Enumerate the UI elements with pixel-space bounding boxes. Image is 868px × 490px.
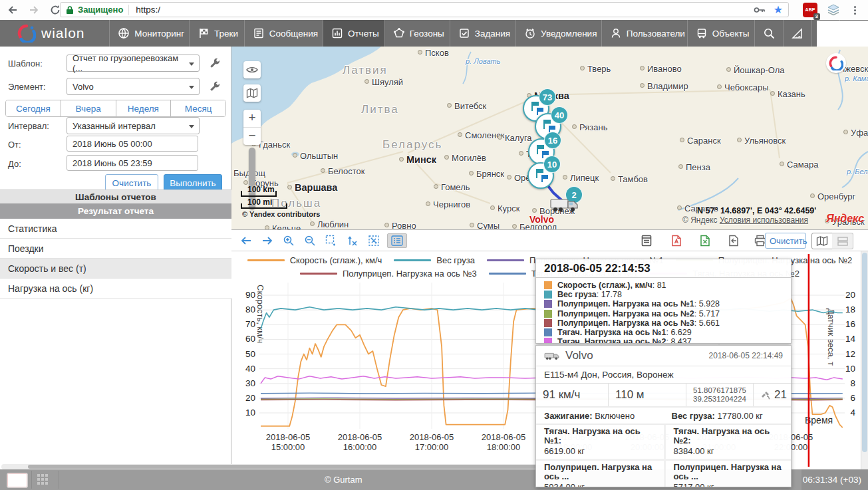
tooltip-timestamp: 2018-06-05 22:14:53 (544, 262, 783, 275)
template-settings-wrench-icon[interactable] (209, 57, 221, 69)
map-city-label: Йошкар-Ола (726, 65, 785, 75)
quick-range-buttons: СегодняВчераНеделяМесяц (5, 100, 226, 117)
city-dot-icon (532, 208, 537, 213)
report-view-button[interactable] (639, 233, 654, 248)
tab-label: Уведомления (541, 29, 597, 39)
scale-bar-mi (241, 207, 287, 209)
to-date-input[interactable] (67, 155, 198, 171)
map-city-label: Пенза (678, 162, 710, 172)
vertical-scrollbar[interactable] (861, 251, 868, 469)
result-item-trips[interactable]: Поездки (0, 239, 231, 259)
chart-pan-left-button[interactable] (238, 233, 254, 248)
interval-select[interactable]: Указанный интервал (67, 117, 200, 134)
url-text[interactable]: https:/ (136, 5, 160, 15)
city-dot-icon (399, 157, 404, 162)
from-date-input[interactable] (67, 136, 198, 152)
brand-name: wialon (41, 25, 85, 41)
yandex-logo[interactable]: Яндекс (826, 213, 864, 225)
browser-forward-button[interactable] (25, 1, 43, 19)
series-color-swatch (544, 328, 552, 336)
unit-altitude: 110 м (615, 388, 645, 402)
report-chart-icon (331, 27, 343, 39)
map-canvas[interactable]: Псков р. Ловать Латвия Тверь Иваново Йош… (231, 47, 868, 229)
import-file-button[interactable] (726, 233, 742, 248)
bookmark-star-icon[interactable]: ★ (774, 3, 783, 16)
result-item-speed-weight[interactable]: Скорость и вес (т) (0, 259, 231, 279)
satellites-icon (760, 390, 771, 400)
map-city-label: Рязань (572, 122, 607, 132)
quick-range-button[interactable]: Неделя (116, 100, 172, 116)
template-select[interactable]: Отчет по грузоперевозкам (... (67, 55, 200, 72)
tab-messages[interactable]: Сообщения (244, 20, 323, 47)
export-pdf-button[interactable] (668, 233, 684, 248)
browser-menu-icon[interactable] (849, 3, 861, 17)
clear-result-button[interactable]: Очистить (765, 233, 806, 249)
tab-reports[interactable]: Отчеты (323, 20, 384, 47)
bottom-apps-grid-icon[interactable] (37, 474, 49, 486)
tab-label: Мониторинг (134, 29, 184, 39)
map-city-label: Тамбов (611, 174, 648, 184)
element-settings-wrench-icon[interactable] (209, 80, 221, 92)
terms-of-use-link[interactable]: Условия использования (720, 215, 808, 225)
export-excel-button[interactable] (697, 233, 713, 248)
element-select[interactable]: Volvo (67, 78, 200, 95)
ruler-tool-button[interactable] (783, 20, 811, 47)
message-icon (253, 27, 265, 39)
layers-extension-icon[interactable] (826, 3, 841, 17)
tab-notifications[interactable]: Уведомления (515, 20, 601, 47)
clock-zone: 06:31:34 (+03) (801, 469, 868, 490)
split-view-toggle[interactable] (832, 233, 853, 249)
show-map-toggle[interactable] (811, 233, 833, 249)
vertical-scrollbar-thumb[interactable] (862, 253, 867, 452)
yandex-contributors-attribution: © Yandex contributors (242, 210, 320, 218)
x-tick: 2018-06-0518:00:00 (464, 432, 543, 452)
adblock-extension-icon[interactable]: ABP3 (803, 3, 817, 17)
key-icon[interactable] (754, 6, 766, 14)
quick-range-button[interactable]: Сегодня (6, 100, 61, 116)
map-city-label: Курск (490, 203, 519, 213)
quick-range-button[interactable]: Месяц (171, 100, 225, 116)
unit-name[interactable]: Volvo (565, 349, 709, 362)
unit-card-header: Volvo 2018-06-05 22:14:49 (536, 346, 791, 366)
horizontal-scrollbar-thumb[interactable] (28, 465, 617, 469)
tab-units[interactable]: Объекты (687, 20, 754, 47)
zoom-out-button[interactable]: − (243, 128, 261, 145)
chart-x-axis-zoom-button[interactable] (345, 233, 361, 248)
report-templates-header[interactable]: Шаблоны отчетов (0, 189, 231, 204)
address-bar[interactable]: Защищено https:/ ★ (60, 2, 789, 17)
tab-users[interactable]: Пользователи (601, 20, 687, 47)
y-right-tick: 16 (838, 319, 855, 329)
map-layers-button[interactable] (243, 84, 261, 102)
zoom-in-button[interactable]: + (243, 110, 261, 128)
chart-fit-button[interactable] (366, 233, 382, 248)
y-right-tick: 8 (838, 378, 855, 388)
search-button[interactable] (754, 20, 783, 47)
report-result-header[interactable]: Результат отчета (0, 203, 231, 219)
result-item-axle-load[interactable]: Нагрузка на ось (кг) (0, 279, 231, 299)
browser-back-button[interactable] (4, 1, 21, 19)
y-left-tick: 20 (233, 393, 255, 403)
chart-zoom-out-button[interactable] (302, 233, 318, 248)
unit-params-row: Зажигание: Включено Вес груза: 17780.00 … (536, 408, 791, 425)
flag-cluster-marker[interactable]: 10 (527, 162, 554, 189)
browser-toolbar: Защищено https:/ ★ ABP3 (0, 0, 868, 21)
map-city-label: Калуга (498, 133, 532, 143)
city-dot-icon (470, 223, 474, 227)
result-item-statistics[interactable]: Статистика (0, 219, 231, 239)
bottom-panel-toggle-button[interactable] (7, 473, 28, 488)
tab-monitoring[interactable]: Мониторинг (109, 20, 189, 47)
unit-map-label[interactable]: Volvo (529, 214, 554, 225)
city-dot-icon (563, 175, 567, 180)
unit-truck-marker[interactable]: 2 (549, 194, 580, 214)
tab-geofences[interactable]: Геозоны (384, 20, 450, 47)
chart-tooltip-popup: 2018-06-05 22:14:53 Скорость (сглаж.), к… (535, 259, 792, 344)
y-right-tick: 12 (838, 349, 855, 359)
chart-zoom-in-button[interactable] (281, 233, 297, 248)
chart-pan-right-button[interactable] (259, 233, 275, 248)
map-visibility-eye-button[interactable] (243, 61, 261, 78)
chart-area-zoom-button[interactable] (323, 233, 339, 248)
tab-tracks[interactable]: Треки (189, 20, 244, 47)
quick-range-button[interactable]: Вчера (61, 100, 116, 116)
chart-legend-toggle-button[interactable] (387, 233, 407, 248)
tab-jobs[interactable]: Задания (450, 20, 515, 47)
